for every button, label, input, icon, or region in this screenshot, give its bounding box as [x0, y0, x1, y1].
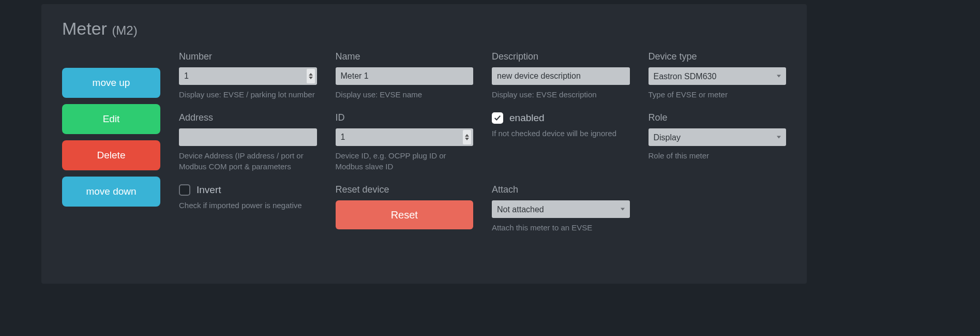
- description-help: Display use: EVSE description: [492, 89, 630, 100]
- id-stepper[interactable]: [463, 130, 471, 144]
- name-input[interactable]: [336, 67, 474, 85]
- address-input[interactable]: [179, 128, 317, 146]
- number-stepper[interactable]: [307, 69, 315, 83]
- role-select[interactable]: Display: [649, 128, 787, 146]
- id-input[interactable]: [336, 128, 474, 146]
- name-help: Display use: EVSE name: [336, 89, 474, 100]
- description-input[interactable]: [492, 67, 630, 85]
- number-label: Number: [179, 51, 317, 62]
- field-number: Number Display use: EVSE / parking lot n…: [179, 51, 317, 100]
- attach-label: Attach: [492, 184, 630, 195]
- check-icon: [494, 114, 501, 122]
- role-help: Role of this meter: [649, 150, 787, 161]
- field-device-type: Device type Eastron SDM630 Type of EVSE …: [649, 51, 787, 100]
- field-description: Description Display use: EVSE descriptio…: [492, 51, 630, 100]
- title-main: Meter: [62, 19, 107, 38]
- action-sidebar: move up Edit Delete move down: [62, 51, 160, 233]
- role-label: Role: [649, 112, 787, 123]
- id-label: ID: [336, 112, 474, 123]
- description-label: Description: [492, 51, 630, 62]
- reset-label: Reset device: [336, 184, 474, 195]
- field-role: Role Display Role of this meter: [649, 112, 787, 172]
- number-input[interactable]: [179, 67, 317, 85]
- field-reset: Reset device Reset: [336, 184, 474, 233]
- attach-help: Attach this meter to an EVSE: [492, 222, 630, 233]
- attach-select[interactable]: Not attached: [492, 200, 630, 218]
- invert-help: Check if imported power is negative: [179, 200, 317, 211]
- move-up-button[interactable]: move up: [62, 68, 160, 98]
- enabled-help: If not checked device will be ignored: [492, 128, 630, 139]
- invert-label: Invert: [197, 184, 221, 196]
- edit-button[interactable]: Edit: [62, 104, 160, 134]
- field-empty: [649, 184, 787, 233]
- invert-checkbox[interactable]: [179, 184, 190, 196]
- name-label: Name: [336, 51, 474, 62]
- device-type-help: Type of EVSE or meter: [649, 89, 787, 100]
- field-enabled: enabled If not checked device will be ig…: [492, 112, 630, 172]
- device-type-select[interactable]: Eastron SDM630: [649, 67, 787, 85]
- number-help: Display use: EVSE / parking lot number: [179, 89, 317, 100]
- field-name: Name Display use: EVSE name: [336, 51, 474, 100]
- field-attach: Attach Not attached Attach this meter to…: [492, 184, 630, 233]
- panel-title: Meter (M2): [62, 19, 786, 39]
- field-address: Address Device Address (IP address / por…: [179, 112, 317, 172]
- reset-button[interactable]: Reset: [336, 200, 474, 229]
- field-id: ID Device ID, e.g. OCPP plug ID or Modbu…: [336, 112, 474, 172]
- id-help: Device ID, e.g. OCPP plug ID or Modbus s…: [336, 150, 474, 172]
- move-down-button[interactable]: move down: [62, 177, 160, 207]
- enabled-checkbox[interactable]: [492, 112, 503, 124]
- delete-button[interactable]: Delete: [62, 140, 160, 170]
- meter-panel: Meter (M2) move up Edit Delete move down…: [41, 4, 807, 284]
- panel-content: move up Edit Delete move down Number Dis…: [62, 51, 786, 233]
- address-help: Device Address (IP address / port or Mod…: [179, 150, 317, 172]
- title-sub: (M2): [112, 23, 137, 37]
- fields-grid: Number Display use: EVSE / parking lot n…: [179, 51, 786, 233]
- device-type-label: Device type: [649, 51, 787, 62]
- enabled-label: enabled: [509, 112, 545, 124]
- field-invert: Invert Check if imported power is negati…: [179, 184, 317, 233]
- address-label: Address: [179, 112, 317, 123]
